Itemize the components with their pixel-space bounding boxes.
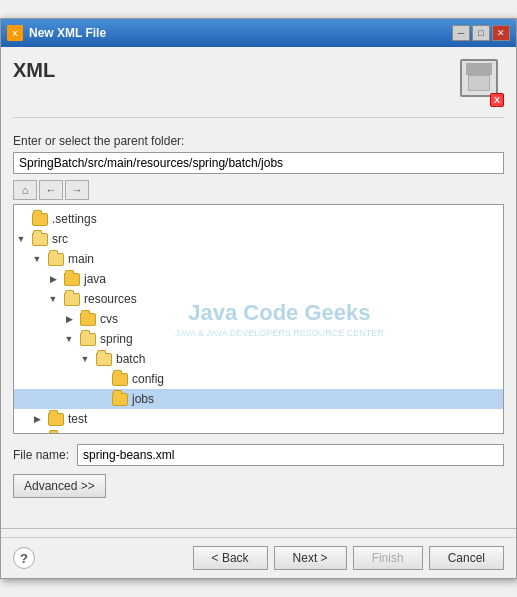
tree-item-label: java xyxy=(84,272,106,286)
forward-button[interactable]: → xyxy=(65,180,89,200)
window-icon: X xyxy=(7,25,23,41)
minimize-button[interactable]: ─ xyxy=(452,25,470,41)
tree-item-label: main xyxy=(68,252,94,266)
folder-icon xyxy=(48,413,64,426)
tree-item-label: spring xyxy=(100,332,133,346)
tree-item-label: xml xyxy=(68,432,87,434)
tree-item[interactable]: ▼batch xyxy=(14,349,503,369)
tree-item[interactable]: ▼src xyxy=(14,229,503,249)
close-button[interactable]: ✕ xyxy=(492,25,510,41)
xml-badge: X xyxy=(490,93,504,107)
back-button[interactable]: ← xyxy=(39,180,63,200)
tree-toggle-icon[interactable]: ▶ xyxy=(62,312,76,326)
tree-item[interactable]: jobs xyxy=(14,389,503,409)
footer-buttons: < Back Next > Finish Cancel xyxy=(193,546,504,570)
tree-item[interactable]: .settings xyxy=(14,209,503,229)
tree-item-label: src xyxy=(52,232,68,246)
tree-toggle-icon[interactable]: ▶ xyxy=(30,412,44,426)
tree-toggle-icon[interactable]: ▼ xyxy=(14,232,28,246)
footer: ? < Back Next > Finish Cancel xyxy=(1,537,516,578)
advanced-button[interactable]: Advanced >> xyxy=(13,474,106,498)
cancel-button[interactable]: Cancel xyxy=(429,546,504,570)
footer-left: ? xyxy=(13,547,35,569)
tree-toggle-icon[interactable]: ▼ xyxy=(62,332,76,346)
folder-icon xyxy=(48,433,64,435)
folder-icon xyxy=(112,393,128,406)
folder-tree: .settings▼src▼main▶java▼resources▶cvs▼sp… xyxy=(14,205,503,434)
tree-item-label: test xyxy=(68,412,87,426)
tree-item-label: jobs xyxy=(132,392,154,406)
folder-icon xyxy=(32,213,48,226)
xml-section-title: XML xyxy=(13,59,55,82)
tree-item-label: resources xyxy=(84,292,137,306)
tree-toggle-icon[interactable]: ▼ xyxy=(78,352,92,366)
tree-toggle-icon[interactable] xyxy=(94,392,108,406)
folder-tree-container[interactable]: .settings▼src▼main▶java▼resources▶cvs▼sp… xyxy=(13,204,504,434)
window-title: New XML File xyxy=(29,26,106,40)
title-bar: X New XML File ─ □ ✕ xyxy=(1,19,516,47)
title-bar-left: X New XML File xyxy=(7,25,106,41)
file-name-input[interactable] xyxy=(77,444,504,466)
folder-icon xyxy=(96,353,112,366)
finish-button[interactable]: Finish xyxy=(353,546,423,570)
xml-icon: X xyxy=(456,59,504,107)
folder-icon xyxy=(32,233,48,246)
help-button[interactable]: ? xyxy=(13,547,35,569)
next-button[interactable]: Next > xyxy=(274,546,347,570)
nav-bar: ⌂ ← → xyxy=(13,180,504,200)
main-content: XML X Enter or select the parent folder:… xyxy=(1,47,516,520)
tree-toggle-icon[interactable]: ▼ xyxy=(46,292,60,306)
folder-icon xyxy=(112,373,128,386)
tree-item[interactable]: ▶xml xyxy=(14,429,503,434)
maximize-button[interactable]: □ xyxy=(472,25,490,41)
tree-item[interactable]: ▶cvs xyxy=(14,309,503,329)
tree-toggle-icon[interactable] xyxy=(94,372,108,386)
tree-toggle-icon[interactable]: ▼ xyxy=(30,252,44,266)
back-button[interactable]: < Back xyxy=(193,546,268,570)
home-button[interactable]: ⌂ xyxy=(13,180,37,200)
folder-icon xyxy=(48,253,64,266)
tree-item[interactable]: ▼spring xyxy=(14,329,503,349)
tree-item-label: batch xyxy=(116,352,145,366)
tree-item-label: cvs xyxy=(100,312,118,326)
svg-text:X: X xyxy=(12,29,18,38)
tree-toggle-icon[interactable]: ▶ xyxy=(30,432,44,434)
tree-item[interactable]: config xyxy=(14,369,503,389)
folder-icon xyxy=(64,293,80,306)
folder-icon xyxy=(80,333,96,346)
tree-item[interactable]: ▼resources xyxy=(14,289,503,309)
footer-divider xyxy=(1,528,516,529)
tree-item-label: config xyxy=(132,372,164,386)
tree-item[interactable]: ▶test xyxy=(14,409,503,429)
main-window: X New XML File ─ □ ✕ XML X Enter or sele… xyxy=(0,18,517,579)
xml-header: XML X xyxy=(13,59,504,118)
tree-item[interactable]: ▶java xyxy=(14,269,503,289)
tree-toggle-icon[interactable]: ▶ xyxy=(46,272,60,286)
floppy-disk-icon xyxy=(460,59,498,97)
tree-item-label: .settings xyxy=(52,212,97,226)
file-name-label: File name: xyxy=(13,448,69,462)
title-buttons: ─ □ ✕ xyxy=(452,25,510,41)
parent-folder-input[interactable] xyxy=(13,152,504,174)
parent-folder-label: Enter or select the parent folder: xyxy=(13,134,504,148)
folder-icon xyxy=(64,273,80,286)
folder-icon xyxy=(80,313,96,326)
tree-item[interactable]: ▼main xyxy=(14,249,503,269)
tree-toggle-icon[interactable] xyxy=(14,212,28,226)
file-name-row: File name: xyxy=(13,444,504,466)
